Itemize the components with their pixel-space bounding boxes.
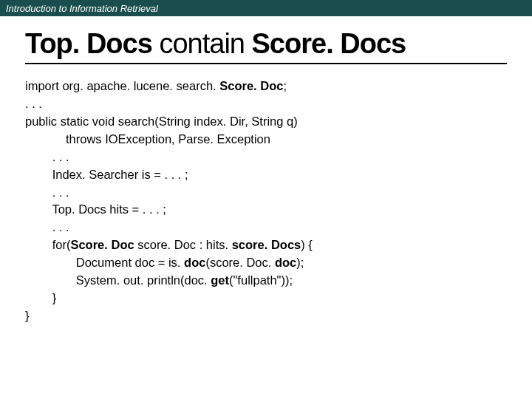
l12a: System. out. println(doc. — [25, 273, 211, 287]
code-block: import org. apache. lucene. search. Scor… — [25, 78, 507, 325]
l11b: doc — [184, 256, 205, 269]
l10e: ) { — [301, 238, 313, 251]
l4: throws IOException, Parse. Exception — [25, 132, 270, 146]
slide-title: Top. Docs contain Score. Docs — [25, 28, 507, 64]
l10d: score. Docs — [232, 238, 301, 251]
l7: . . . — [25, 185, 69, 199]
l3: public static void search(String index. … — [25, 115, 298, 128]
slide-body: Top. Docs contain Score. Docs import org… — [0, 16, 532, 325]
l11a: Document doc = is. — [25, 256, 184, 269]
l10c: score. Doc : hits. — [134, 238, 232, 251]
l11c: (score. Doc. — [205, 256, 275, 269]
l10b: Score. Doc — [70, 238, 134, 251]
l9: . . . — [25, 220, 69, 233]
header-text: Introduction to Information Retrieval — [6, 3, 158, 14]
l1b: Score. Doc — [219, 79, 283, 92]
l1a: import org. apache. lucene. search. — [25, 79, 219, 92]
l11d: doc — [275, 256, 296, 269]
l1c: ; — [283, 79, 287, 92]
l14: } — [25, 309, 30, 322]
l2: . . . — [25, 97, 42, 110]
l12b: get — [211, 273, 229, 287]
header-bar: Introduction to Information Retrieval — [0, 0, 532, 16]
l12c: ("fullpath")); — [229, 273, 293, 287]
l10a: for( — [25, 238, 70, 251]
l5: . . . — [25, 150, 69, 163]
title-p3: Score. Docs — [252, 28, 406, 59]
title-p2: contain — [152, 28, 252, 59]
title-p1: Top. Docs — [25, 28, 152, 59]
l6: Index. Searcher is = . . . ; — [25, 168, 188, 181]
l8: Top. Docs hits = . . . ; — [25, 202, 166, 216]
l13: } — [25, 291, 56, 304]
l11e: ); — [296, 256, 304, 269]
